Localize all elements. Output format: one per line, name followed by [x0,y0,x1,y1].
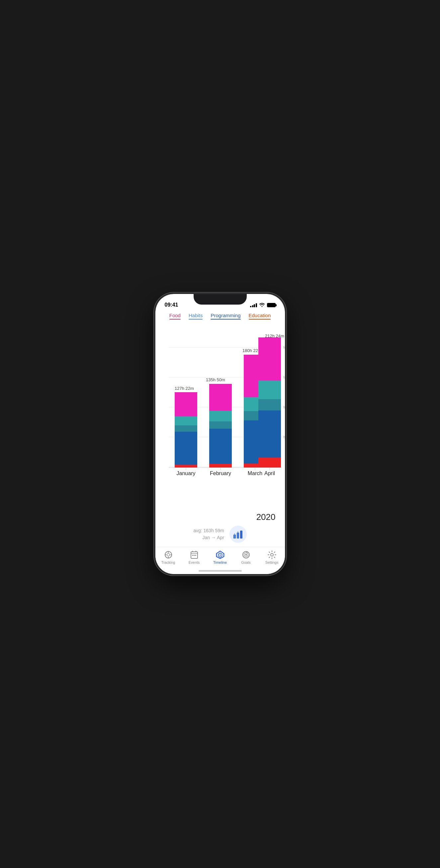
status-time: 09:41 [165,302,178,308]
nav-events[interactable]: Events [184,551,204,564]
svg-rect-10 [175,465,197,467]
svg-rect-19 [209,411,232,422]
svg-rect-46 [237,531,238,538]
svg-text:April: April [264,470,275,476]
svg-rect-13 [175,416,197,425]
svg-rect-31 [258,380,281,399]
avg-value: avg: 163h 59m [193,527,224,534]
svg-rect-29 [258,410,281,458]
svg-rect-16 [209,464,232,467]
bar-april: 212h 24m [258,334,284,467]
bar-chart: h h h h [155,323,285,510]
category-tabs: Food Habits Programming Education [155,310,285,321]
svg-rect-57 [192,555,193,556]
bar-january: 127h 22m [175,386,197,467]
tracking-label: Tracking [162,560,175,564]
goals-label: Goals [241,560,251,564]
timeline-label: Timeline [213,560,227,564]
bar-chart-mini-icon [233,530,243,538]
avg-text: avg: 163h 59m Jan → Apr [193,527,224,541]
bar-february: 135h 50m [206,377,232,467]
svg-rect-30 [258,399,281,410]
svg-point-67 [271,553,273,556]
svg-rect-44 [240,531,242,538]
svg-rect-45 [234,533,235,538]
svg-rect-28 [258,458,281,467]
tracking-icon [164,551,173,559]
year-label: 2020 [155,510,285,522]
screen: 09:41 [155,294,285,574]
svg-point-62 [219,554,221,556]
tab-habits[interactable]: Habits [188,313,203,319]
svg-text:h: h [283,376,285,379]
battery-icon [267,303,275,307]
svg-text:March: March [247,470,262,476]
svg-text:h: h [283,346,285,349]
tab-programming[interactable]: Programming [210,313,240,319]
svg-text:h: h [283,405,285,409]
svg-rect-18 [209,422,232,429]
settings-label: Settings [265,560,278,564]
nav-settings[interactable]: Settings [262,551,282,564]
svg-rect-59 [195,555,196,556]
tab-education[interactable]: Education [249,313,271,319]
events-icon [190,551,199,559]
svg-point-48 [167,553,170,556]
svg-text:127h 22m: 127h 22m [175,386,194,391]
nav-tracking[interactable]: Tracking [158,551,178,564]
avg-chart-icon[interactable] [230,526,247,543]
svg-text:135h 50m: 135h 50m [206,377,225,382]
nav-timeline[interactable]: Timeline [210,551,230,564]
nav-goals[interactable]: Goals [236,551,256,564]
timeline-icon [216,551,225,559]
svg-text:January: January [176,470,195,476]
svg-text:212h 24m: 212h 24m [265,334,284,338]
events-label: Events [188,560,200,564]
svg-rect-32 [258,337,281,380]
svg-point-66 [245,554,247,556]
svg-rect-17 [209,429,232,464]
tab-food[interactable]: Food [169,313,181,319]
svg-rect-14 [175,392,197,416]
svg-text:February: February [209,470,231,476]
signal-icon [250,303,257,307]
svg-rect-12 [175,425,197,432]
status-icons [250,302,275,308]
svg-rect-58 [194,555,195,556]
notch [194,294,247,305]
svg-rect-11 [175,432,197,465]
avg-range: Jan → Apr [193,534,224,541]
goals-icon [242,551,251,559]
svg-text:h: h [283,435,285,439]
settings-icon [268,551,276,559]
avg-section: avg: 163h 59m Jan → Apr [155,522,285,547]
phone-frame: 09:41 [155,294,285,574]
svg-rect-20 [209,384,232,411]
chart-area: h h h h [155,321,285,510]
wifi-icon [259,302,265,308]
